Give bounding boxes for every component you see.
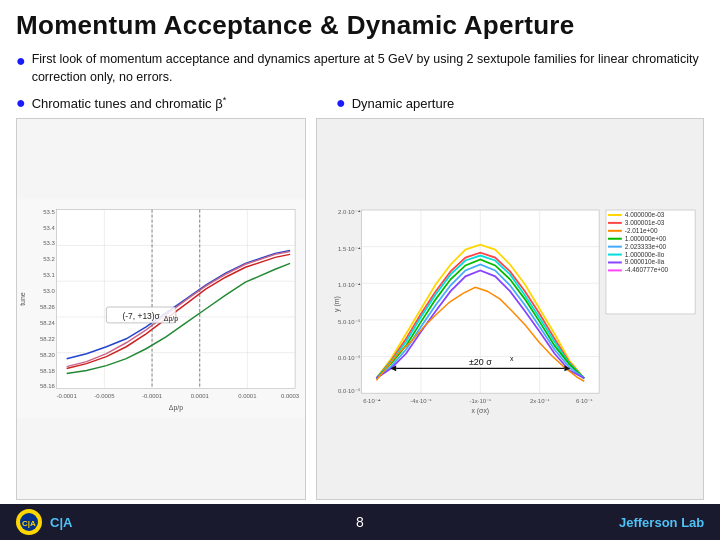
labels-row: ● Chromatic tunes and chromatic β* ● Dyn…	[0, 92, 720, 114]
svg-rect-67	[608, 230, 622, 232]
svg-text:53.0: 53.0	[43, 288, 55, 294]
svg-text:±20 σ: ±20 σ	[469, 357, 492, 367]
svg-text:4.000000e-03: 4.000000e-03	[625, 211, 665, 218]
label-right: ● Dynamic aperture	[316, 94, 704, 112]
svg-rect-63	[608, 214, 622, 216]
svg-text:-0.0005: -0.0005	[94, 393, 115, 399]
svg-text:1.0·10⁻⁴: 1.0·10⁻⁴	[338, 282, 360, 288]
svg-text:2x·10⁻¹: 2x·10⁻¹	[530, 398, 549, 404]
right-chart-svg: y (m) 2.0·10⁻⁴ 1.5·10⁻⁴ 1.0·10⁻⁴ 5.0·10⁻…	[317, 119, 703, 499]
svg-text:Δp/p: Δp/p	[164, 315, 178, 323]
svg-text:58.26: 58.26	[40, 304, 56, 310]
svg-text:6·10⁻⁴: 6·10⁻⁴	[363, 398, 381, 404]
svg-text:-4x·10⁻¹: -4x·10⁻¹	[410, 398, 431, 404]
page-container: Momentum Acceptance & Dynamic Aperture ●…	[0, 0, 720, 540]
svg-text:C|A: C|A	[22, 519, 36, 528]
right-chart: y (m) 2.0·10⁻⁴ 1.5·10⁻⁴ 1.0·10⁻⁴ 5.0·10⁻…	[316, 118, 704, 500]
svg-rect-77	[608, 269, 622, 271]
label-left: ● Chromatic tunes and chromatic β*	[16, 94, 316, 112]
label-dot-left: ●	[16, 94, 26, 112]
svg-text:1.000000e+00: 1.000000e+00	[625, 235, 667, 242]
svg-text:2.0·10⁻⁴: 2.0·10⁻⁴	[338, 209, 360, 215]
bottom-left: C|A C|A	[16, 509, 72, 535]
svg-text:tune: tune	[19, 292, 26, 306]
svg-text:53.1: 53.1	[43, 272, 55, 278]
logo-label: C|A	[50, 515, 72, 530]
svg-text:5.0·10⁻⁵: 5.0·10⁻⁵	[338, 319, 360, 325]
svg-text:58.20: 58.20	[40, 352, 56, 358]
charts-row: tune 53.5 53.4 53.3 53.2 53.1 53.0 58.26…	[0, 114, 720, 504]
svg-text:3.000001e-03: 3.000001e-03	[625, 219, 665, 226]
svg-text:-0.0001: -0.0001	[57, 393, 78, 399]
jlab-logo: Jefferson Lab	[614, 507, 704, 537]
svg-text:Jefferson Lab: Jefferson Lab	[619, 515, 704, 530]
svg-text:58.16: 58.16	[40, 383, 56, 389]
svg-text:0.0·10⁻⁵: 0.0·10⁻⁵	[338, 388, 360, 394]
svg-text:1.5·10⁻⁴: 1.5·10⁻⁴	[338, 246, 360, 252]
svg-rect-69	[608, 238, 622, 240]
page-number: 8	[356, 514, 364, 530]
svg-text:58.24: 58.24	[40, 320, 56, 326]
svg-rect-65	[608, 222, 622, 224]
svg-text:-1x·10⁻¹: -1x·10⁻¹	[470, 398, 491, 404]
svg-text:58.22: 58.22	[40, 336, 55, 342]
svg-text:x: x	[510, 355, 514, 362]
label-dot-right: ●	[336, 94, 346, 112]
svg-text:-4.460777e+00: -4.460777e+00	[625, 266, 669, 273]
svg-text:-0.0001: -0.0001	[142, 393, 163, 399]
bullet-text-1: First look of momentum acceptance and dy…	[32, 51, 704, 86]
page-title: Momentum Acceptance & Dynamic Aperture	[16, 10, 704, 41]
svg-rect-75	[608, 261, 622, 263]
svg-text:0.0001: 0.0001	[238, 393, 257, 399]
svg-text:0.0001: 0.0001	[191, 393, 210, 399]
svg-text:Δp/p: Δp/p	[169, 404, 183, 412]
svg-text:53.5: 53.5	[43, 209, 55, 215]
svg-text:6·10⁻¹: 6·10⁻¹	[576, 398, 593, 404]
svg-text:53.2: 53.2	[43, 256, 55, 262]
jlab-logo-svg: Jefferson Lab	[614, 507, 704, 535]
bullet-item-1: ● First look of momentum acceptance and …	[16, 51, 704, 86]
bottom-bar: C|A C|A 8 Jefferson Lab	[0, 504, 720, 540]
label-right-text: Dynamic aperture	[352, 96, 455, 111]
svg-text:-2.011e+00: -2.011e+00	[625, 227, 658, 234]
svg-text:y (m): y (m)	[333, 296, 341, 312]
header: Momentum Acceptance & Dynamic Aperture	[0, 0, 720, 45]
svg-text:58.18: 58.18	[40, 368, 56, 374]
svg-text:53.4: 53.4	[43, 225, 55, 231]
svg-text:0.0·10⁻⁵: 0.0·10⁻⁵	[338, 355, 360, 361]
svg-text:1.000000e-IIo: 1.000000e-IIo	[625, 251, 665, 258]
bullets-section: ● First look of momentum acceptance and …	[0, 45, 720, 92]
svg-text:x (σx): x (σx)	[471, 407, 489, 415]
left-chart-svg: tune 53.5 53.4 53.3 53.2 53.1 53.0 58.26…	[17, 119, 305, 499]
svg-text:2.023333e+00: 2.023333e+00	[625, 243, 667, 250]
svg-text:(-7, +13)σ: (-7, +13)σ	[122, 311, 160, 321]
bullet-dot-1: ●	[16, 50, 26, 72]
label-left-text: Chromatic tunes and chromatic β*	[32, 95, 227, 111]
logo-icon: C|A	[19, 512, 39, 532]
svg-rect-73	[608, 254, 622, 256]
svg-text:53.3: 53.3	[43, 240, 55, 246]
logo-circle: C|A	[16, 509, 42, 535]
svg-text:0.0003: 0.0003	[281, 393, 300, 399]
svg-text:9.000010e-IIa: 9.000010e-IIa	[625, 258, 665, 265]
left-chart: tune 53.5 53.4 53.3 53.2 53.1 53.0 58.26…	[16, 118, 306, 500]
svg-rect-71	[608, 246, 622, 248]
